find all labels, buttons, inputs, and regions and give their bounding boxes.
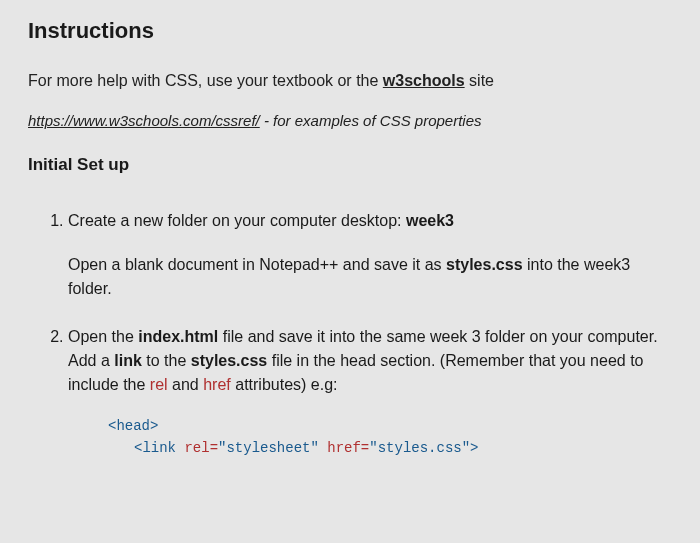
- step1-text: Create a new folder on your computer des…: [68, 212, 406, 229]
- cssref-link[interactable]: https://www.w3schools.com/cssref/: [28, 112, 260, 129]
- step2-rel-attr: rel: [150, 376, 168, 393]
- code-href-name: href=: [327, 440, 369, 456]
- step2-d: to the: [142, 352, 191, 369]
- step2-styles: styles.css: [191, 352, 268, 369]
- code-head-tag: <head>: [108, 418, 158, 434]
- intro-text-prefix: For more help with CSS, use your textboo…: [28, 72, 383, 89]
- code-href-val: "styles.css": [369, 440, 470, 456]
- steps-list: Create a new folder on your computer des…: [28, 209, 672, 460]
- code-rel-val: "stylesheet": [218, 440, 319, 456]
- document-page: Instructions For more help with CSS, use…: [0, 0, 700, 543]
- code-block: <head> <link rel="stylesheet" href="styl…: [108, 415, 672, 460]
- step-1: Create a new folder on your computer des…: [68, 209, 672, 301]
- step1-sub: Open a blank document in Notepad++ and s…: [68, 253, 672, 301]
- code-link-close: >: [470, 440, 478, 456]
- step2-href-attr: href: [203, 376, 231, 393]
- url-line: https://www.w3schools.com/cssref/ - for …: [28, 112, 672, 129]
- step-2: Open the index.html file and save it int…: [68, 325, 672, 460]
- heading-initial-setup: Initial Set up: [28, 155, 672, 175]
- code-line-2: <link rel="stylesheet" href="styles.css"…: [108, 437, 672, 459]
- step2-index: index.html: [138, 328, 218, 345]
- code-line-1: <head>: [108, 415, 672, 437]
- code-gap: [319, 440, 327, 456]
- step2-g: attributes) e.g:: [231, 376, 338, 393]
- step1-sub-a: Open a blank document in Notepad++ and s…: [68, 256, 446, 273]
- intro-text-suffix: site: [465, 72, 494, 89]
- step2-f: and: [168, 376, 204, 393]
- heading-instructions: Instructions: [28, 18, 672, 44]
- intro-paragraph: For more help with CSS, use your textboo…: [28, 72, 672, 90]
- code-link-open: <link: [134, 440, 184, 456]
- step2-link: link: [114, 352, 142, 369]
- code-rel-name: rel=: [184, 440, 218, 456]
- w3schools-link[interactable]: w3schools: [383, 72, 465, 89]
- step1-sub-filename: styles.css: [446, 256, 523, 273]
- url-suffix: - for examples of CSS properties: [260, 112, 482, 129]
- step2-a: Open the: [68, 328, 138, 345]
- step1-folder-name: week3: [406, 212, 454, 229]
